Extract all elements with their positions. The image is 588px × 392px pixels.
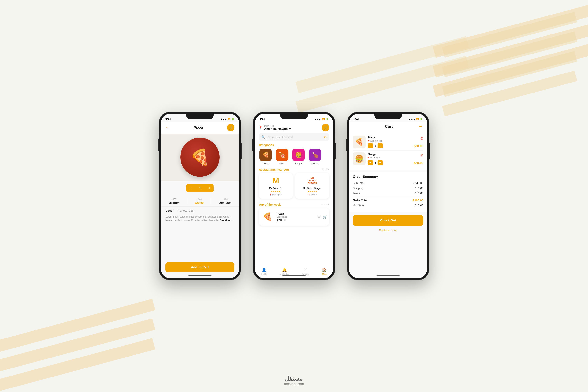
watermark: مستقل mostaqi.com	[284, 376, 304, 386]
qty-plus-button[interactable]: +	[205, 184, 214, 192]
nav-wishlist-label: Whislist	[302, 273, 309, 275]
burger-qty-plus[interactable]: +	[378, 160, 383, 165]
nav-main[interactable]: 🏠 Main	[322, 268, 327, 275]
cart-header: Cart →	[349, 122, 427, 131]
tab-detail[interactable]: Detail	[166, 209, 174, 214]
category-meat[interactable]: 🍖 Meat	[275, 148, 289, 165]
nav-notification[interactable]: 🔔 Notification	[280, 268, 289, 275]
watermark-latin: mostaqi.com	[284, 382, 304, 386]
delivery-location-group: Delivery To America, mayami ▾	[264, 125, 291, 130]
category-pizza[interactable]: 🍕 Pizza	[259, 148, 272, 165]
cart-burger-image: 🍔	[353, 152, 366, 165]
filter-icon[interactable]: ⚙	[324, 135, 326, 139]
price-value: $20.00	[195, 201, 204, 204]
description-text: Lorem ipsum dolor sit amet, consectetur …	[161, 214, 239, 224]
taxes-label: Taxes	[353, 192, 360, 195]
wifi-icon-1: 📶	[228, 118, 231, 120]
cart-pizza-sub: ♥ With hot sos	[368, 139, 412, 142]
cart-header-button[interactable]: 🛒	[322, 124, 329, 131]
top-food-card[interactable]: 🍕 Pizza Description $20.00 ♡ 🛒	[259, 208, 329, 226]
search-placeholder: Search and find food	[267, 136, 322, 139]
sub-total-value: $140.00	[413, 182, 423, 185]
continue-shop-button[interactable]: Continue Shop	[349, 227, 427, 233]
back-button[interactable]: ←	[166, 125, 170, 130]
location-pin-icon: 📍	[259, 126, 263, 130]
status-time-1: 9:41	[166, 118, 171, 120]
order-total-row: Order Total $160.00	[353, 198, 423, 202]
see-all-restaurants[interactable]: see all	[322, 168, 329, 171]
spec-divider-2	[211, 198, 211, 204]
remove-pizza-button[interactable]: ⊗	[420, 136, 423, 140]
category-chicken[interactable]: 🍗 Chicken	[308, 148, 322, 165]
mrbeast-stars: ★★★★★	[298, 190, 326, 193]
burger-qty-minus[interactable]: −	[368, 160, 373, 165]
page-title-pizza: Pizza	[194, 126, 203, 130]
mcdonalds-card[interactable]: M McDonald's ★★★★★ 📍 los angalos	[259, 173, 293, 198]
search-icon: 🔍	[262, 135, 266, 139]
search-bar[interactable]: 🔍 Search and find food ⚙	[259, 133, 329, 141]
tab-review[interactable]: Review (125)	[178, 209, 195, 214]
checkout-button[interactable]: Check Out	[353, 215, 423, 226]
cart-pizza-details: Pizza ♥ With hot sos − 6 +	[368, 136, 412, 148]
top-food-image: 🍕	[261, 210, 274, 223]
mrbeast-location: sikago	[311, 194, 316, 196]
cart-button[interactable]: 🛒	[227, 124, 234, 131]
sub-total-label: Sub Total	[353, 182, 364, 185]
burger-category-label: Burger	[295, 162, 302, 165]
status-icons-3: ▲▲▲ 📶 🔋	[409, 118, 422, 120]
cart-items-list: 🍕 Pizza ♥ With hot sos − 6 +	[349, 131, 427, 170]
cart-burger-name: Burger	[368, 152, 412, 156]
wifi-icon-3: 📶	[416, 118, 419, 120]
quantity-control: − 1 +	[186, 184, 214, 192]
delivery-location[interactable]: America, mayami ▾	[264, 127, 291, 130]
nav-notification-label: Notification	[280, 273, 289, 275]
signal-icon-1: ▲▲▲	[220, 118, 227, 120]
pizza-price-remove: ⊗ $20.00	[414, 136, 423, 148]
meat-category-icon: 🍖	[276, 148, 288, 161]
add-to-cart-button[interactable]: Add To Cart	[166, 262, 234, 272]
top-food-name: Pizza	[276, 212, 315, 215]
burger-price-remove: ⊗ $20.00	[414, 153, 423, 165]
see-all-top[interactable]: see all	[322, 203, 329, 206]
mcdonalds-location: los angalos	[272, 194, 282, 196]
mrbeast-card[interactable]: MRBEASTBURGER Mr. Beast Burger ★★★★★ 📍 s…	[295, 173, 329, 198]
chevron-down-icon: ▾	[289, 127, 291, 130]
notch-2	[280, 114, 308, 119]
phone1-content: 9:41 ▲▲▲ 📶 🔋 ← Pizza 🛒 🍕	[161, 114, 239, 278]
nav-wishlist[interactable]: ♡ Whislist	[302, 268, 309, 275]
home-icon: 🏠	[322, 268, 327, 272]
top-week-title: Top of the week	[259, 203, 281, 206]
nav-profile[interactable]: 👤 Profile	[261, 268, 267, 275]
cart-burger-sub: ♥ beif burger	[368, 156, 412, 159]
battery-icon-3: 🔋	[420, 118, 422, 120]
restaurants-header: Restaurants near you see all	[255, 168, 333, 173]
phone1-header: ← Pizza 🛒	[161, 122, 239, 134]
pizza-qty-minus[interactable]: −	[368, 143, 373, 148]
phone-1-screen: 9:41 ▲▲▲ 📶 🔋 ← Pizza 🛒 🍕	[161, 114, 239, 278]
category-burger[interactable]: 🍔 Burger	[292, 148, 305, 165]
sub-total-row: Sub Total $140.00	[353, 182, 423, 185]
you-save-label: You Save	[353, 204, 364, 207]
restaurants-title: Restaurants near you	[259, 168, 289, 171]
see-more-link[interactable]: See More...	[220, 219, 232, 222]
remove-burger-button[interactable]: ⊗	[420, 153, 423, 158]
detail-tabs: Detail Review (125)	[161, 206, 239, 214]
mcdonalds-name: McDonald's	[262, 187, 290, 190]
battery-icon-2: 🔋	[326, 118, 328, 120]
you-save-row: You Save $10.00	[353, 204, 423, 207]
burger-qty-display: 6	[374, 161, 376, 164]
time-value: 20m-25m	[219, 201, 232, 204]
phone-1: 9:41 ▲▲▲ 📶 🔋 ← Pizza 🛒 🍕	[159, 112, 241, 280]
pizza-qty-plus[interactable]: +	[378, 143, 383, 148]
cart-pizza-name: Pizza	[368, 136, 412, 139]
wishlist-icon[interactable]: ♡	[318, 215, 321, 219]
wifi-icon-2: 📶	[322, 118, 325, 120]
restaurant-cards: M McDonald's ★★★★★ 📍 los angalos MRBEAST…	[255, 173, 333, 198]
forward-icon[interactable]: →	[418, 124, 422, 129]
qty-minus-button[interactable]: −	[186, 184, 195, 192]
size-label: Size	[168, 198, 180, 200]
add-cart-icon[interactable]: 🛒	[322, 215, 327, 219]
taxes-row: Taxes $10.00	[353, 192, 423, 195]
specs-row: Size Medium Price $20.00 Time 20m-25m	[161, 196, 239, 206]
shipping-row: Shipping $10.00	[353, 186, 423, 190]
